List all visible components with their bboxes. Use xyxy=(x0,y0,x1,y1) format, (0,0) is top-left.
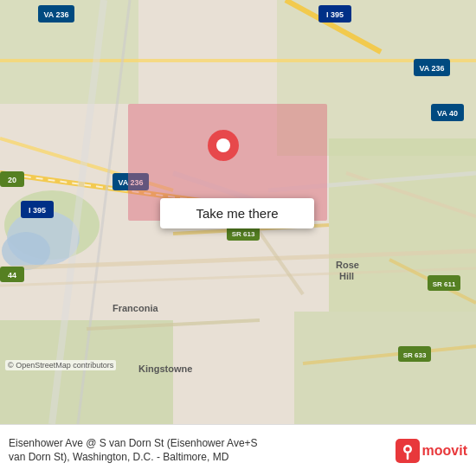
svg-text:44: 44 xyxy=(8,271,16,280)
osm-attribution: © OpenStreetMap contributors xyxy=(5,360,116,370)
moovit-logo[interactable]: moovit xyxy=(396,439,467,463)
take-me-there-button[interactable]: Take me there xyxy=(160,198,314,228)
address-text: Eisenhower Ave @ S van Dorn St (Eisenhow… xyxy=(9,437,396,464)
address-line2: van Dorn St), Washington, D.C. - Baltimo… xyxy=(9,451,228,463)
svg-point-8 xyxy=(2,232,50,270)
svg-text:Hill: Hill xyxy=(339,271,354,281)
svg-text:I 395: I 395 xyxy=(29,206,46,215)
svg-text:SR 613: SR 613 xyxy=(232,230,255,238)
moovit-text: moovit xyxy=(422,443,467,459)
svg-text:SR 633: SR 633 xyxy=(403,351,427,359)
svg-text:VA 236: VA 236 xyxy=(43,10,68,19)
moovit-icon xyxy=(396,439,420,463)
svg-text:Franconia: Franconia xyxy=(113,303,158,313)
svg-text:20: 20 xyxy=(8,176,16,184)
bottom-bar: Eisenhower Ave @ S van Dorn St (Eisenhow… xyxy=(0,424,476,476)
svg-text:Rose: Rose xyxy=(336,260,359,270)
svg-text:VA 236: VA 236 xyxy=(419,64,444,73)
svg-text:I 395: I 395 xyxy=(326,10,344,19)
svg-text:Kingstowne: Kingstowne xyxy=(138,363,192,374)
svg-point-56 xyxy=(405,447,409,451)
svg-point-53 xyxy=(216,138,230,152)
location-marker xyxy=(208,130,239,161)
address-line1: Eisenhower Ave @ S van Dorn St (Eisenhow… xyxy=(9,437,258,449)
map-container: I 395 VA 236 VA 236 VA 40 I 395 VA 236 S… xyxy=(0,0,476,424)
svg-text:SR 611: SR 611 xyxy=(433,280,456,288)
svg-text:VA 40: VA 40 xyxy=(437,109,458,118)
svg-rect-6 xyxy=(294,312,476,424)
